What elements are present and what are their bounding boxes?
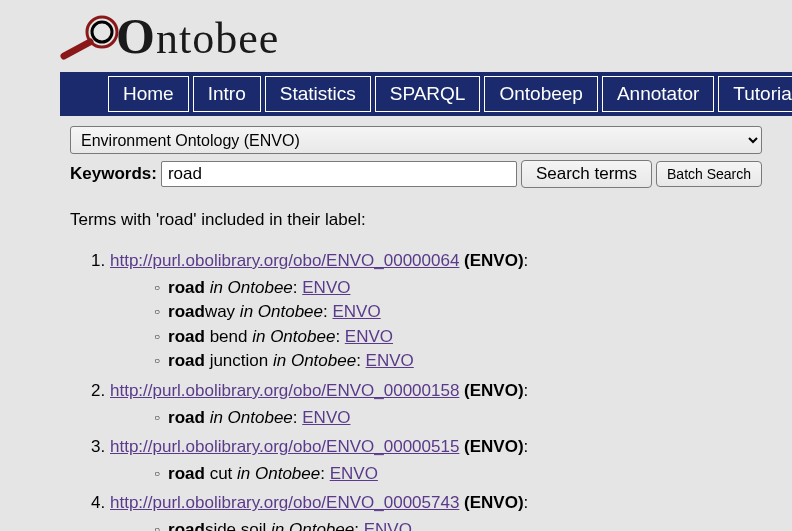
svg-point-1 (92, 22, 112, 42)
nav-home[interactable]: Home (108, 76, 189, 112)
ontology-link[interactable]: ENVO (364, 520, 412, 531)
in-ontobee-text: in Ontobee (210, 408, 293, 427)
ontology-link[interactable]: ENVO (333, 302, 381, 321)
navbar: Home Intro Statistics SPARQL Ontobeep An… (60, 72, 792, 116)
nav-annotator[interactable]: Annotator (602, 76, 714, 112)
sub-list: road in Ontobee: ENVOroadway in Ontobee:… (110, 276, 782, 375)
svg-line-2 (64, 42, 90, 56)
magnifier-icon (60, 14, 122, 75)
nav-statistics[interactable]: Statistics (265, 76, 371, 112)
content-area: Environment Ontology (ENVO) Keywords: Se… (60, 116, 792, 531)
sub-item: road junction in Ontobee: ENVO (154, 349, 782, 374)
sub-item: road in Ontobee: ENVO (154, 406, 782, 431)
sub-item: road bend in Ontobee: ENVO (154, 325, 782, 350)
in-ontobee-text: in Ontobee (240, 302, 323, 321)
match-text: road (168, 278, 205, 297)
in-ontobee-text: in Ontobee (273, 351, 356, 370)
rest-text: way (205, 302, 235, 321)
ontology-link[interactable]: ENVO (330, 464, 378, 483)
result-item: http://purl.obolibrary.org/obo/ENVO_0000… (110, 434, 782, 486)
result-item: http://purl.obolibrary.org/obo/ENVO_0000… (110, 490, 782, 531)
term-url-link[interactable]: http://purl.obolibrary.org/obo/ENVO_0000… (110, 381, 459, 400)
logo-text: ntobee (156, 14, 279, 63)
term-source: (ENVO) (464, 251, 524, 270)
logo: Ontobee (60, 6, 792, 66)
match-text: road (168, 464, 205, 483)
term-url-link[interactable]: http://purl.obolibrary.org/obo/ENVO_0000… (110, 251, 459, 270)
nav-intro[interactable]: Intro (193, 76, 261, 112)
ontology-link[interactable]: ENVO (302, 408, 350, 427)
sub-item: road cut in Ontobee: ENVO (154, 462, 782, 487)
result-item: http://purl.obolibrary.org/obo/ENVO_0000… (110, 248, 782, 374)
in-ontobee-text: in Ontobee (210, 278, 293, 297)
in-ontobee-text: in Ontobee (271, 520, 354, 531)
sub-item: road in Ontobee: ENVO (154, 276, 782, 301)
rest-text: cut (210, 464, 233, 483)
rest-text: bend (210, 327, 248, 346)
match-text: road (168, 302, 205, 321)
batch-search-button[interactable]: Batch Search (656, 161, 762, 187)
sub-list: road in Ontobee: ENVO (110, 406, 782, 431)
in-ontobee-text: in Ontobee (237, 464, 320, 483)
sub-item: roadway in Ontobee: ENVO (154, 300, 782, 325)
ontology-link[interactable]: ENVO (366, 351, 414, 370)
match-text: road (168, 327, 205, 346)
results-intro: Terms with 'road' included in their labe… (70, 210, 782, 230)
match-text: road (168, 351, 205, 370)
ontology-link[interactable]: ENVO (345, 327, 393, 346)
search-row: Keywords: Search terms Batch Search (70, 160, 782, 188)
term-url-link[interactable]: http://purl.obolibrary.org/obo/ENVO_0000… (110, 437, 459, 456)
result-item: http://purl.obolibrary.org/obo/ENVO_0000… (110, 378, 782, 430)
rest-text: junction (210, 351, 269, 370)
sub-item: roadside soil in Ontobee: ENVO (154, 518, 782, 531)
sub-list: road cut in Ontobee: ENVO (110, 462, 782, 487)
sub-list: roadside soil in Ontobee: ENVO (110, 518, 782, 531)
in-ontobee-text: in Ontobee (252, 327, 335, 346)
nav-tutorial[interactable]: Tutorial (718, 76, 792, 112)
results-list: http://purl.obolibrary.org/obo/ENVO_0000… (70, 248, 782, 531)
term-source: (ENVO) (464, 437, 524, 456)
term-source: (ENVO) (464, 493, 524, 512)
term-url-link[interactable]: http://purl.obolibrary.org/obo/ENVO_0000… (110, 493, 459, 512)
keywords-label: Keywords: (70, 164, 157, 184)
ontology-select[interactable]: Environment Ontology (ENVO) (70, 126, 762, 154)
ontology-link[interactable]: ENVO (302, 278, 350, 297)
nav-ontobeep[interactable]: Ontobeep (484, 76, 597, 112)
nav-sparql[interactable]: SPARQL (375, 76, 481, 112)
match-text: road (168, 520, 205, 531)
rest-text: side soil (205, 520, 266, 531)
term-source: (ENVO) (464, 381, 524, 400)
keywords-input[interactable] (161, 161, 517, 187)
match-text: road (168, 408, 205, 427)
logo-area: Ontobee (60, 6, 792, 72)
search-terms-button[interactable]: Search terms (521, 160, 652, 188)
